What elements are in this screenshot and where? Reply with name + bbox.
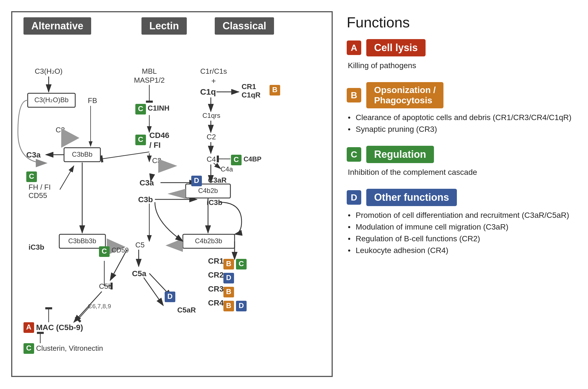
svg-text:A: A — [26, 323, 32, 331]
svg-text:+: + — [211, 77, 216, 85]
svg-text:C: C — [26, 344, 32, 352]
svg-text:C3b: C3b — [138, 195, 153, 204]
svg-text:C1qR: C1qR — [242, 91, 261, 99]
svg-text:D: D — [226, 273, 232, 282]
func-bullets-d: Promotion of cell differentiation and re… — [348, 209, 577, 256]
svg-text:C: C — [138, 104, 143, 113]
func-bullet-b2: Synaptic pruning (CR3) — [348, 123, 577, 135]
svg-text:C3bBb: C3bBb — [72, 151, 92, 158]
svg-text:CD59: CD59 — [112, 246, 129, 254]
svg-text:C: C — [29, 172, 34, 180]
svg-text:B: B — [226, 287, 232, 296]
svg-text:C5: C5 — [135, 241, 145, 249]
svg-marker-11 — [61, 128, 79, 148]
svg-marker-102 — [166, 238, 183, 252]
svg-text:C1INH: C1INH — [148, 104, 169, 112]
svg-text:C4BP: C4BP — [244, 155, 261, 163]
diagram-svg: C3(H₂O) C3(H₂O)Bb FB C3 C3bBb — [12, 37, 334, 375]
func-bullet-b1: Clearance of apoptotic cells and debris … — [348, 112, 577, 123]
svg-text:C: C — [239, 259, 244, 268]
func-name-c: Regulation — [366, 146, 434, 163]
function-label-row-c: C Regulation — [347, 146, 577, 163]
lectin-header: Lectin — [141, 17, 187, 35]
svg-text:C3(H₂O)Bb: C3(H₂O)Bb — [34, 96, 69, 104]
svg-text:C: C — [234, 155, 239, 164]
svg-text:C2: C2 — [207, 133, 216, 141]
svg-line-90 — [214, 163, 221, 169]
svg-text:Clusterin, Vitronectin: Clusterin, Vitronectin — [36, 344, 103, 352]
function-block-b: B Opsonization /Phagocytosis Clearance o… — [347, 82, 577, 135]
svg-text:FB: FB — [88, 96, 97, 105]
svg-line-38 — [110, 250, 127, 280]
svg-text:C1r/C1s: C1r/C1s — [200, 67, 227, 75]
svg-text:B: B — [226, 259, 232, 268]
svg-text:/ FI: / FI — [149, 141, 160, 149]
svg-text:C: C — [138, 135, 143, 144]
svg-text:C1qrs: C1qrs — [202, 112, 220, 119]
svg-line-20 — [60, 166, 74, 190]
svg-text:C3a: C3a — [140, 178, 154, 187]
svg-text:D: D — [167, 292, 173, 300]
func-letter-c: C — [347, 147, 361, 162]
function-block-c: C Regulation Inhibition of the complemen… — [347, 146, 577, 178]
function-label-row-b: B Opsonization /Phagocytosis — [347, 82, 577, 108]
svg-text:C6,7,8,9: C6,7,8,9 — [88, 303, 111, 310]
svg-line-61 — [102, 152, 149, 159]
svg-text:CR2: CR2 — [208, 271, 224, 279]
classical-header: Classical — [215, 17, 274, 35]
func-letter-a: A — [347, 40, 361, 55]
svg-text:iC3b: iC3b — [29, 243, 44, 251]
func-bullet-d2: Modulation of immune cell migration (C3a… — [348, 221, 577, 233]
svg-text:CR4: CR4 — [208, 299, 224, 307]
alternative-header: Alternative — [23, 17, 91, 35]
svg-marker-97 — [167, 189, 186, 199]
functions-title: Functions — [347, 14, 577, 31]
svg-text:C3a: C3a — [26, 151, 41, 159]
svg-text:C5a: C5a — [132, 269, 147, 278]
svg-text:CR1: CR1 — [208, 257, 224, 265]
svg-text:B: B — [272, 85, 278, 94]
svg-text:CD46: CD46 — [149, 131, 169, 140]
svg-text:D: D — [239, 301, 244, 310]
diagram-box: Alternative Lectin Classical — [11, 11, 333, 377]
svg-text:C1q: C1q — [200, 87, 216, 96]
svg-text:C5b: C5b — [99, 282, 112, 290]
svg-text:C4: C4 — [207, 155, 216, 163]
svg-text:C: C — [102, 247, 107, 255]
svg-text:CR1: CR1 — [242, 82, 256, 91]
svg-text:MAC (C5b-9): MAC (C5b-9) — [36, 323, 83, 332]
func-desc-a: Killing of pathogens — [348, 60, 577, 71]
svg-text:CD55: CD55 — [29, 191, 47, 200]
function-label-row-a: A Cell lysis — [347, 39, 577, 56]
svg-text:B: B — [226, 301, 232, 310]
func-name-a: Cell lysis — [366, 39, 426, 56]
svg-text:MASP1/2: MASP1/2 — [134, 76, 165, 84]
pathway-headers: Alternative Lectin Classical — [23, 17, 320, 35]
svg-text:C3aR: C3aR — [208, 176, 227, 184]
svg-text:FH / FI: FH / FI — [29, 183, 51, 191]
functions-panel: Functions A Cell lysis Killing of pathog… — [347, 11, 577, 378]
svg-text:C4a: C4a — [221, 165, 233, 173]
svg-text:MBL: MBL — [142, 67, 157, 75]
func-bullet-d3: Regulation of B-cell functions (CR2) — [348, 233, 577, 245]
svg-text:C5aR: C5aR — [177, 306, 196, 314]
svg-text:C4b2b: C4b2b — [198, 187, 218, 194]
svg-line-120 — [144, 278, 163, 306]
function-block-d: D Other functions Promotion of cell diff… — [347, 189, 577, 256]
func-desc-c: Inhibition of the complement cascade — [348, 166, 577, 178]
func-bullets-b: Clearance of apoptotic cells and debris … — [348, 112, 577, 135]
main-container: Alternative Lectin Classical — [0, 0, 588, 389]
function-block-a: A Cell lysis Killing of pathogens — [347, 39, 577, 71]
func-name-b: Opsonization /Phagocytosis — [366, 82, 443, 108]
func-letter-b: B — [347, 88, 361, 102]
svg-marker-63 — [158, 159, 177, 173]
svg-text:C4b2b3b: C4b2b3b — [195, 237, 222, 245]
svg-text:C3bBb3b: C3bBb3b — [68, 237, 96, 245]
svg-line-42 — [78, 306, 91, 319]
func-bullet-d4: Leukocyte adhesion (CR4) — [348, 245, 577, 256]
func-letter-d: D — [347, 190, 361, 205]
svg-text:D: D — [194, 176, 199, 185]
function-label-row-d: D Other functions — [347, 189, 577, 206]
func-bullet-d1: Promotion of cell differentiation and re… — [348, 209, 577, 221]
func-name-d: Other functions — [366, 189, 457, 206]
